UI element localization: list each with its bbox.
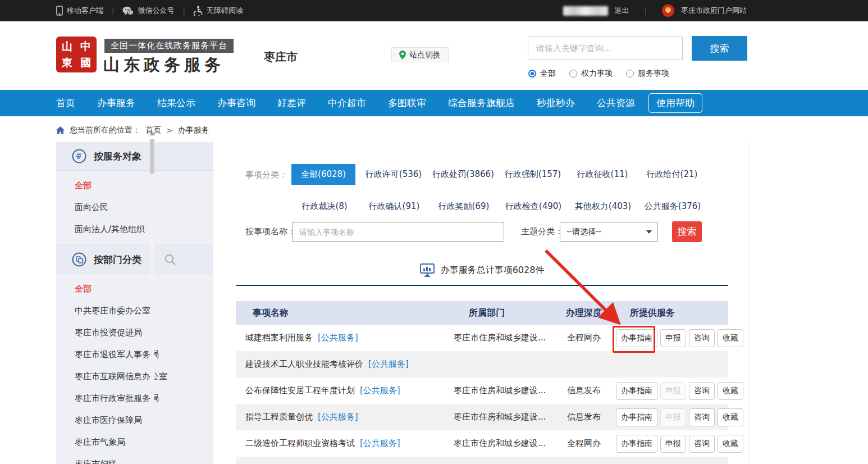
nav-item-5[interactable]: 中介超市 [328, 97, 366, 110]
help-button[interactable]: 使用帮助 [648, 93, 702, 113]
filter-option[interactable]: 行政强制(157) [498, 164, 568, 185]
favorite-button[interactable]: 收藏 [718, 329, 743, 347]
topbar-link[interactable]: 微信公众号 [122, 6, 174, 16]
radio-dot[interactable] [569, 70, 577, 78]
divider [236, 285, 728, 286]
sidebar-item[interactable]: 枣庄市妇联 [56, 453, 213, 464]
nav-item-4[interactable]: 好差评 [277, 97, 306, 110]
sidebar-item[interactable]: 面向法人/其他组织 [56, 219, 213, 240]
apply-button[interactable]: 申报 [660, 329, 686, 347]
item-name[interactable]: 城建档案利用服务 [245, 333, 313, 343]
sidebar-section-title: 按部门分类 [94, 253, 141, 266]
search-scope-radios: 全部权力事项服务事项 [528, 69, 669, 79]
item-name-label: 按事项名称： [245, 226, 296, 237]
nav-item-8[interactable]: 秒批秒办 [537, 97, 575, 110]
guide-button[interactable]: 办事指南 [616, 382, 657, 400]
filter-option[interactable]: 行政裁决(8) [290, 196, 359, 217]
filter-option[interactable]: 行政征收(11) [568, 164, 637, 185]
consult-button[interactable]: 咨询 [689, 382, 715, 400]
breadcrumb: 您当前所在的位置： 首页>办事服务 [56, 122, 209, 138]
filter-option[interactable]: 行政确认(91) [359, 196, 429, 217]
topbar-link[interactable]: 无障碍阅读 [194, 6, 243, 16]
sidebar-item[interactable]: 面向公民 [56, 197, 213, 219]
radio-option[interactable]: 全部 [528, 69, 556, 79]
header-search-input[interactable] [528, 37, 682, 60]
filter-option[interactable]: 行政许可(536) [359, 164, 428, 185]
sidebar-item[interactable]: 中共枣庄市委办公室 [56, 300, 213, 322]
item-name[interactable]: 二级造价工程师职业资格考试 [245, 438, 355, 449]
scrollbar-thumb[interactable] [150, 139, 154, 174]
col-header-services: 所提供服务 [615, 307, 728, 319]
nav-item-0[interactable]: 首页 [56, 97, 75, 110]
item-tag-link[interactable]: [公共服务] [318, 412, 358, 422]
department-search-icon[interactable] [165, 254, 176, 265]
scrollbar-up-arrow[interactable] [149, 131, 155, 135]
nav-item-2[interactable]: 结果公示 [157, 97, 195, 110]
item-tag-link[interactable]: [公共服务] [368, 359, 409, 370]
item-tag-link[interactable]: [公共服务] [360, 385, 400, 396]
portal-link[interactable]: 枣庄市政府门户网站 [681, 6, 747, 16]
city-name: 枣庄市 [264, 49, 298, 65]
item-search-button[interactable]: 搜索 [672, 221, 702, 242]
sidebar-item[interactable]: 枣庄市医疗保障局 [56, 410, 213, 431]
filter-option[interactable]: 其他权力(403) [568, 196, 638, 217]
nav-item-3[interactable]: 办事咨询 [217, 97, 255, 110]
sidebar-item[interactable]: 枣庄市行政审批服务局 [56, 388, 213, 410]
favorite-button[interactable]: 收藏 [718, 382, 743, 400]
sidebar: 按服务对象 全部面向公民面向法人/其他组织 按部门分类 全部中共枣庄市委办公室枣… [56, 142, 213, 464]
filter-option[interactable]: 行政给付(21) [637, 164, 707, 185]
table-row: 城建档案利用服务 [公共服务] 枣庄市住房和城乡建设... 全程网办 办事指南申… [236, 325, 728, 351]
guide-button[interactable]: 办事指南 [616, 408, 657, 426]
sidebar-item[interactable]: 枣庄市退役军人事务局 [56, 344, 213, 366]
topic-select[interactable]: --请选择-- [560, 222, 658, 242]
sidebar-scrollbar[interactable] [149, 131, 156, 462]
apply-button[interactable]: 申报 [660, 435, 686, 453]
nav-item-7[interactable]: 综合服务旗舰店 [448, 97, 515, 110]
topbar-link[interactable]: 移动客户端 [56, 6, 103, 16]
item-tag-link[interactable]: [公共服务] [318, 333, 358, 343]
header-search-button[interactable]: 搜索 [692, 36, 747, 61]
item-tag-link[interactable]: [公共服务] [360, 438, 400, 449]
sidebar-item[interactable]: 枣庄市投资促进局 [56, 322, 213, 344]
item-actions: 办事指南申报咨询收藏 [615, 435, 728, 453]
guide-button[interactable]: 办事指南 [616, 329, 657, 347]
item-name[interactable]: 指导工程质量创优 [245, 412, 313, 422]
scrollbar-track[interactable] [150, 139, 154, 462]
favorite-button[interactable]: 收藏 [718, 435, 743, 453]
site-switch-label: 站点切换 [409, 50, 441, 60]
sidebar-item[interactable]: 全部 [56, 278, 213, 300]
accessibility-icon [194, 6, 203, 16]
filter-option[interactable]: 公共服务(376) [638, 196, 707, 217]
consult-button[interactable]: 咨询 [689, 329, 715, 347]
radio-dot[interactable] [528, 70, 536, 78]
consult-button[interactable]: 咨询 [689, 435, 715, 453]
filter-option[interactable]: 行政检查(490) [499, 196, 568, 217]
sidebar-item[interactable]: 全部 [56, 175, 213, 197]
item-name[interactable]: 建设技术工人职业技能考核评价 [245, 359, 363, 370]
breadcrumb-prefix: 您当前所在的位置： [70, 125, 140, 135]
site-switch-button[interactable]: 站点切换 [391, 47, 449, 62]
header-search-box [528, 37, 683, 60]
item-name-input[interactable] [292, 222, 504, 242]
guide-button[interactable]: 办事指南 [616, 435, 657, 453]
filter-option[interactable]: 行政处罚(3866) [428, 164, 498, 185]
nav-item-6[interactable]: 多图联审 [388, 97, 426, 110]
logout-link[interactable]: 退出 [615, 6, 629, 16]
consult-button[interactable]: 咨询 [689, 408, 715, 426]
nav-item-9[interactable]: 公共资源 [597, 97, 635, 110]
radio-dot[interactable] [626, 70, 634, 78]
topic-label: 主题分类： [521, 226, 563, 237]
breadcrumb-separator: > [166, 126, 173, 135]
radio-option[interactable]: 权力事项 [569, 69, 613, 79]
item-department: 枣庄市住房和城乡建设... [444, 385, 550, 396]
breadcrumb-link[interactable]: 办事服务 [178, 125, 209, 135]
sidebar-item[interactable]: 枣庄市互联网信息办公室 [56, 366, 213, 388]
filter-option-active[interactable]: 全部(6028) [291, 164, 355, 185]
radio-option[interactable]: 服务事项 [626, 69, 669, 79]
nav-item-1[interactable]: 办事服务 [97, 97, 135, 110]
sidebar-item[interactable]: 枣庄市气象局 [56, 431, 213, 453]
item-name[interactable]: 公布保障性安居工程年度计划 [245, 385, 355, 396]
filter-option[interactable]: 行政奖励(69) [429, 196, 499, 217]
favorite-button[interactable]: 收藏 [718, 408, 743, 426]
apply-button: 申报 [660, 382, 686, 400]
